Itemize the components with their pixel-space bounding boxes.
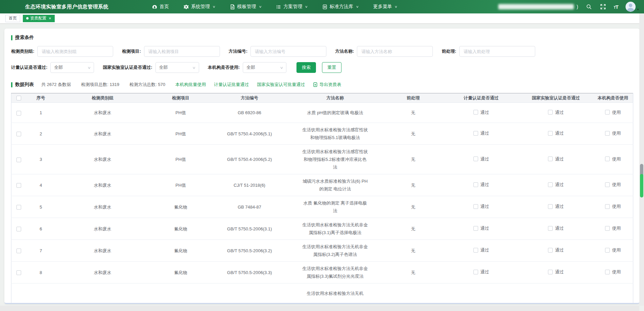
select-all-checkbox[interactable] [16,96,21,100]
row-checkbox[interactable] [16,227,21,231]
metrology-pass-checkbox[interactable] [473,226,478,231]
menu-item-6[interactable]: 更多菜单∨ [373,4,397,10]
action-link-1[interactable]: 本机构批量使用 [175,82,206,87]
method-code-cell: GB 6920-86 [212,103,287,123]
metrology-pass-checkbox[interactable] [473,182,478,187]
fullscreen-icon[interactable] [600,3,606,10]
metrology-pass-cell: 通过 [444,240,519,262]
menu-item-2[interactable]: 系统管理∨ [184,4,215,10]
row-checkbox[interactable] [16,111,21,116]
col-header-4: 方法编号 [212,93,287,103]
menu-label: 首页 [159,4,169,10]
row-checkbox[interactable] [16,158,21,162]
national-lab-pass-group: 通过 [548,268,564,276]
metrology-pass-checkbox[interactable] [473,131,478,136]
national-lab-pass-checkbox[interactable] [548,182,553,187]
select-label: 本机构是否使用: [208,64,240,71]
national-lab-pass-checkbox[interactable] [548,226,553,231]
table-row[interactable]: 4水和废水PH值CJ/T 51-2018(6)城镇污水水质标准检验方法(6) P… [11,174,633,196]
national-lab-pass-checkbox[interactable] [548,270,553,274]
metrology-pass-checkbox[interactable] [473,204,478,209]
national-lab-pass-checkbox[interactable] [548,157,553,161]
vertical-scrollbar[interactable] [639,13,644,306]
header-checkbox-cell [11,93,26,103]
test-item-cell: PH值 [150,174,212,196]
menu-item-1[interactable]: 首页 [152,4,169,10]
user-menu[interactable]: ▼ [626,2,639,12]
table-row[interactable]: 8水和废水氟化物GB/T 5750.5-2006(3.3)生活饮用水标准检验方法… [11,262,633,283]
national-lab-pass-checkbox[interactable] [548,131,553,136]
table-row[interactable]: 7水和废水氟化物GB/T 5750.5-2006(3.2)生活饮用水标准检验方法… [11,240,633,262]
select-box[interactable]: 全部∨ [155,62,199,73]
pretreatment-cell: 无 [383,196,444,218]
search-button[interactable]: 搜索 [296,62,316,73]
org-use-cell: 使用 [593,218,633,240]
table-row[interactable]: 6水和废水氟化物GB/T 5750.5-2006(3.1)生活饮用水标准检验方法… [11,218,633,240]
menu-item-3[interactable]: 模板管理∨ [230,4,262,10]
avatar[interactable] [626,2,636,12]
national-lab-pass-checkbox[interactable] [548,110,553,115]
tab-2[interactable]: 资质配置× [23,15,55,22]
field-label: 方法编号: [229,48,247,54]
close-icon[interactable]: × [49,16,51,20]
horizontal-scrollbar[interactable] [0,306,639,311]
org-use-group: 使用 [605,224,621,232]
select-box[interactable]: 全部∨ [50,62,94,73]
scrollbar-thumb-green[interactable] [640,174,643,197]
org-use-checkbox[interactable] [605,182,610,187]
org-use-checkbox[interactable] [605,204,610,209]
org-use-checkbox[interactable] [605,157,610,161]
metrology-pass-checkbox[interactable] [473,110,478,115]
org-use-checkbox[interactable] [605,131,610,136]
org-use-group: 使用 [605,129,621,137]
national-lab-pass-checkbox[interactable] [548,248,553,253]
action-link-2[interactable]: 计量认证批量通过 [214,82,249,87]
row-checkbox[interactable] [16,270,21,275]
field-input[interactable] [250,46,326,57]
tab-1[interactable]: 首页 [5,15,20,22]
table-row[interactable]: 3水和废水PH值GB/T 5750.4-2006(5.2)生活饮用水标准检验方法… [11,145,633,174]
row-checkbox[interactable] [16,205,21,210]
org-use-checkbox[interactable] [605,110,610,115]
test-item-cell: 氟化物 [150,262,212,283]
metrology-pass-checkbox[interactable] [473,157,478,161]
metrology-pass-checkbox[interactable] [473,270,478,274]
national-lab-pass-checkbox[interactable] [548,204,553,209]
field-input[interactable] [459,46,535,57]
menu-item-4[interactable]: 方案管理∨ [276,4,308,10]
menu-item-5[interactable]: 标准方法库∨ [322,4,359,10]
org-use-label: 使用 [612,108,621,116]
method-code-cell: GB/T 5750.5-2006(3.1) [212,218,287,240]
select-box[interactable]: 全部∨ [243,62,286,73]
reset-button[interactable]: 重置 [322,62,341,73]
table-row[interactable]: 1水和废水PH值GB 6920-86水质 pH值的测定玻璃 电极法无通过通过使用 [11,103,633,123]
action-link-3[interactable]: 国家实验室认可批量通过 [257,82,305,87]
navbar-right: ) TT ▼ [498,2,639,12]
org-use-checkbox[interactable] [605,248,610,253]
field-input[interactable] [37,46,113,57]
font-size-icon[interactable]: TT [614,4,618,10]
org-use-checkbox[interactable] [605,270,610,274]
search-section-label: 搜索条件 [15,35,34,41]
export-link[interactable]: 导出资质表 [313,82,341,88]
metrology-pass-checkbox[interactable] [473,248,478,253]
category-group-cell: 水和废水 [56,240,150,262]
table-row[interactable]: 5水和废水氟化物GB 7484-87水质 氟化物的测定 离子选择电极法无通过通过… [11,196,633,218]
org-use-group: 使用 [605,246,621,254]
method-name-cell: 生活饮用水标准检验方法无机非金属指标(3.1)离子选择电极法 [287,218,383,240]
org-use-label: 使用 [612,246,621,254]
green-bar [11,82,12,87]
method-code-cell: GB 7484-87 [212,196,287,218]
table-row[interactable]: 2水和废水PH值GB/T 5750.4-2006(5.1)生活饮用水标准检验方法… [11,123,633,145]
table-row-partial[interactable]: 生活饮用水标准检验方法无机 [11,283,633,304]
col-header-9: 本机构是否使用 [593,93,633,103]
row-checkbox[interactable] [16,132,21,136]
field-input[interactable] [144,46,220,57]
org-use-cell: 使用 [593,145,633,174]
row-checkbox[interactable] [16,183,21,188]
search-icon[interactable] [586,3,592,10]
tab-label: 首页 [9,15,17,21]
org-use-checkbox[interactable] [605,226,610,231]
row-checkbox[interactable] [16,249,21,253]
field-input[interactable] [357,46,433,57]
